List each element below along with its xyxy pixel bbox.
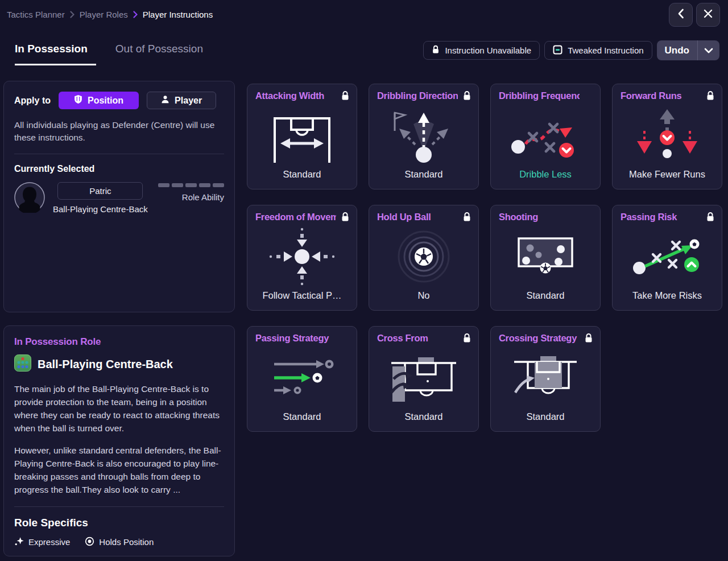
passing-strategy-icon [247, 346, 357, 410]
card-value: Take More Risks [617, 290, 717, 301]
card-shooting[interactable]: Shooting [490, 205, 601, 311]
card-value: Standard [495, 411, 595, 422]
role-description-paragraph-1: The main job of the Ball-Playing Centre-… [14, 383, 224, 435]
tab-out-of-possession[interactable]: Out of Possession [115, 43, 203, 65]
attacking-width-icon [247, 104, 357, 167]
selected-player-row: Patric Ball-Playing Centre-Back Role Abi… [14, 182, 224, 214]
divider [14, 154, 224, 154]
role-ability-block: Role Ability [158, 182, 224, 202]
legend-bar: Instruction Unavailable Tweaked Instruct… [423, 40, 719, 60]
card-title: Cross From [377, 333, 458, 344]
role-name: Ball-Playing Centre-Back [38, 358, 173, 371]
role-specifics-heading: Role Specifics [14, 517, 224, 529]
specific-label: Holds Position [99, 537, 154, 547]
sparkle-icon [14, 537, 24, 548]
role-specifics-row: Expressive Holds Position [14, 537, 224, 548]
card-hold-up-ball[interactable]: Hold Up Ball [369, 205, 479, 311]
passing-risk-icon [613, 225, 722, 288]
shield-icon [74, 94, 82, 106]
apply-to-panel: Apply to Position Player All individuals… [3, 81, 235, 312]
role-ability-bars [158, 183, 224, 187]
holds-position-icon [85, 537, 94, 548]
card-value: Standard [374, 411, 474, 422]
hold-up-ball-icon [369, 225, 478, 288]
back-button[interactable] [669, 3, 693, 27]
card-value: Standard [252, 169, 352, 180]
lock-icon [706, 90, 715, 103]
apply-description: All individuals playing as Defender (Cen… [14, 119, 224, 144]
specific-label: Expressive [28, 537, 70, 547]
card-title: Hold Up Ball [377, 212, 458, 222]
breadcrumb-tactics-planner[interactable]: Tactics Planner [7, 10, 65, 19]
tab-in-possession[interactable]: In Possession [15, 43, 96, 65]
apply-position-button[interactable]: Position [59, 92, 139, 109]
close-button[interactable] [696, 3, 720, 27]
player-name-field[interactable]: Patric [57, 182, 143, 200]
selected-player-role: Ball-Playing Centre-Back [53, 204, 148, 214]
instruction-cards-grid: Attacking Width Standard Dribbling Direc… [247, 84, 722, 432]
chevron-right-icon [133, 11, 138, 18]
person-icon [161, 95, 169, 106]
role-panel-header: In Possession Role [14, 336, 224, 348]
apply-player-button[interactable]: Player [147, 92, 216, 109]
card-freedom-of-movement[interactable]: Freedom of Movement [247, 205, 357, 311]
card-title: Dribbling Frequency [499, 90, 580, 101]
currently-selected-heading: Currently Selected [14, 164, 224, 174]
tweaked-instruction-label: Tweaked Instruction [568, 46, 643, 55]
card-value: Standard [374, 169, 474, 180]
ability-bar [172, 183, 183, 187]
card-value: Standard [252, 411, 352, 422]
undo-menu-button[interactable] [697, 40, 719, 60]
breadcrumb-player-instructions: Player Instructions [143, 10, 213, 19]
role-description-paragraph-2: However, unlike standard central defende… [14, 444, 224, 497]
lock-icon [462, 333, 471, 345]
card-passing-strategy[interactable]: Passing Strategy Standa [247, 326, 357, 432]
crossing-strategy-icon [491, 346, 600, 410]
card-passing-risk[interactable]: Passing Risk Take [612, 205, 722, 311]
player-button-label: Player [175, 96, 202, 106]
role-ability-label: Role Ability [182, 192, 224, 202]
chevron-left-icon [677, 9, 684, 21]
position-button-label: Position [88, 96, 123, 106]
avatar [14, 182, 45, 213]
card-title: Attacking Width [255, 90, 336, 101]
role-badge-icon [14, 354, 31, 374]
card-dribbling-frequency[interactable]: Dribbling Frequency Dribble Less [490, 84, 601, 189]
ability-bar [158, 183, 169, 187]
card-title: Forward Runs [621, 90, 701, 101]
instruction-unavailable-label: Instruction Unavailable [445, 46, 531, 55]
undo-split-button: Undo [657, 40, 719, 60]
card-value: Standard [495, 290, 595, 301]
breadcrumb-player-roles[interactable]: Player Roles [80, 10, 128, 19]
card-title: Shooting [499, 212, 580, 222]
card-dribbling-direction[interactable]: Dribbling Direction Standard [369, 84, 479, 189]
lock-icon [341, 90, 350, 103]
undo-button[interactable]: Undo [657, 40, 697, 60]
instruction-unavailable-legend: Instruction Unavailable [423, 41, 540, 60]
ability-bar [185, 183, 197, 187]
ability-bar [199, 183, 210, 187]
lock-icon [584, 333, 593, 345]
breadcrumb: Tactics Planner Player Roles Player Inst… [7, 10, 213, 19]
card-title: Passing Risk [621, 212, 701, 222]
card-title: Freedom of Movement [255, 212, 336, 222]
tweaked-instruction-legend: Tweaked Instruction [544, 41, 652, 60]
specific-expressive: Expressive [14, 537, 70, 548]
ability-bar [213, 183, 224, 187]
dribbling-frequency-icon [491, 104, 600, 167]
dribbling-direction-icon [369, 104, 478, 167]
card-cross-from[interactable]: Cross From Standard [369, 326, 479, 432]
card-title: Dribbling Direction [377, 90, 458, 101]
card-value: Follow Tactical P… [252, 290, 352, 301]
lock-icon [462, 212, 471, 224]
player-instructions-screen: Tactics Planner Player Roles Player Inst… [0, 0, 728, 561]
card-title: Passing Strategy [255, 333, 336, 344]
card-attacking-width[interactable]: Attacking Width Standard [247, 84, 357, 189]
card-forward-runs[interactable]: Forward Runs Make Fewer Runs [612, 84, 722, 189]
card-value: Dribble Less [495, 169, 595, 180]
close-icon [704, 9, 713, 20]
card-value: Make Fewer Runs [617, 169, 717, 180]
lock-icon [706, 212, 715, 224]
card-value: No [374, 290, 474, 301]
card-crossing-strategy[interactable]: Crossing Strategy Standard [490, 326, 601, 432]
